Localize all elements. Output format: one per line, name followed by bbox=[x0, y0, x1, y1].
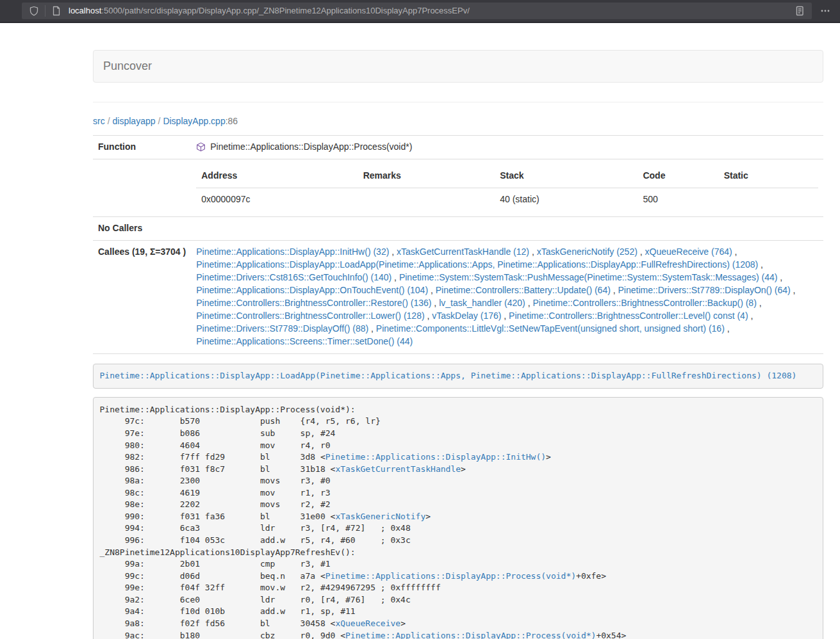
callee-link[interactable]: Pinetime::Components::LittleVgl::SetNewT… bbox=[376, 323, 725, 334]
callee-link[interactable]: xQueueReceive (764) bbox=[645, 247, 732, 257]
callee-link[interactable]: Pinetime::Controllers::BrightnessControl… bbox=[196, 311, 424, 321]
callee-separator: , bbox=[428, 285, 436, 295]
callee-separator: , bbox=[525, 298, 533, 308]
code-symbol-link[interactable]: Pinetime::Applications::DisplayApp::Proc… bbox=[345, 631, 596, 639]
static-value bbox=[719, 188, 818, 211]
callee-separator: , bbox=[748, 311, 754, 321]
divider bbox=[93, 102, 823, 102]
breadcrumb-link-src[interactable]: src bbox=[93, 116, 105, 126]
function-detail-row: Address Remarks Stack Code Static 0x0000… bbox=[93, 159, 823, 216]
url-text: localhost:5000/path/src/displayapp/Displ… bbox=[69, 5, 791, 17]
function-detail-table: Address Remarks Stack Code Static 0x0000… bbox=[196, 165, 818, 211]
callee-separator: , bbox=[725, 323, 730, 334]
callee-separator: , bbox=[732, 247, 737, 257]
callee-separator: , bbox=[425, 311, 432, 321]
callee-link[interactable]: Pinetime::Drivers::St7789::DisplayOn() (… bbox=[618, 285, 791, 295]
callee-link[interactable]: lv_task_handler (420) bbox=[439, 298, 525, 308]
code-symbol-link[interactable]: xTaskGetCurrentTaskHandle bbox=[335, 464, 461, 474]
callee-link[interactable]: Pinetime::Applications::Screens::Timer::… bbox=[196, 336, 413, 346]
callee-separator: , bbox=[758, 259, 763, 270]
app-brand[interactable]: Puncover bbox=[103, 58, 152, 75]
callee-link[interactable]: Pinetime::Controllers::BrightnessControl… bbox=[509, 311, 748, 321]
callee-separator: , bbox=[501, 311, 509, 321]
callee-separator: , bbox=[777, 272, 782, 282]
code-symbol-link[interactable]: xTaskGenericNotify bbox=[335, 512, 425, 521]
callee-separator: , bbox=[431, 298, 439, 308]
callee-link[interactable]: Pinetime::Applications::DisplayApp::Load… bbox=[196, 259, 758, 270]
callees-label: Callees (19, Σ=3704 ) bbox=[93, 240, 191, 353]
function-signature: Pinetime::Applications::DisplayApp::Proc… bbox=[210, 141, 412, 154]
url-host: localhost bbox=[69, 6, 101, 15]
callee-separator: , bbox=[611, 285, 618, 295]
shield-icon[interactable] bbox=[26, 3, 42, 19]
callee-link[interactable]: Pinetime::Controllers::BrightnessControl… bbox=[532, 298, 756, 308]
callee-link[interactable]: xTaskGenericNotify (252) bbox=[537, 247, 638, 257]
url-path: :5000/path/src/displayapp/DisplayApp.cpp… bbox=[101, 6, 470, 15]
callee-separator: , bbox=[391, 272, 399, 282]
breadcrumb-separator: / bbox=[105, 116, 113, 126]
callee-link[interactable]: Pinetime::Controllers::Battery::Update()… bbox=[436, 285, 611, 295]
col-header-stack: Stack bbox=[495, 165, 638, 188]
function-table: Function Pinetime::Applications::Display… bbox=[93, 135, 823, 354]
package-icon bbox=[196, 142, 206, 152]
callee-separator: , bbox=[791, 285, 796, 295]
urlbar-separator bbox=[45, 5, 45, 17]
code-symbol-link[interactable]: xQueueReceive bbox=[335, 619, 400, 628]
breadcrumb-link-file[interactable]: DisplayApp.cpp bbox=[163, 116, 225, 126]
code-symbol-link[interactable]: Pinetime::Applications::DisplayApp::Init… bbox=[325, 452, 546, 462]
breadcrumb-separator: / bbox=[156, 116, 163, 126]
callee-link[interactable]: Pinetime::Drivers::St7789::DisplayOff() … bbox=[196, 323, 368, 334]
page-info-icon[interactable] bbox=[48, 3, 65, 19]
callee-separator: , bbox=[389, 247, 397, 257]
address-value: 0x0000097c bbox=[196, 188, 358, 211]
function-label: Function bbox=[93, 135, 191, 159]
code-value: 500 bbox=[638, 188, 718, 211]
callees-list: Pinetime::Applications::DisplayApp::Init… bbox=[191, 240, 823, 353]
no-callers-row: No Callers bbox=[93, 216, 823, 240]
url-bar[interactable]: localhost:5000/path/src/displayapp/Displ… bbox=[22, 3, 812, 19]
breadcrumb: src/displayapp/DisplayApp.cpp:86 bbox=[93, 115, 823, 128]
table-row: 0x0000097c 40 (static) 500 bbox=[196, 188, 818, 211]
app-header: Puncover bbox=[93, 50, 823, 83]
highlighted-symbol-box: Pinetime::Applications::DisplayApp::Load… bbox=[93, 364, 823, 389]
assembly-code: Pinetime::Applications::DisplayApp::Proc… bbox=[93, 397, 823, 639]
callee-link[interactable]: Pinetime::Controllers::BrightnessControl… bbox=[196, 298, 431, 308]
callee-separator: , bbox=[757, 298, 762, 308]
callees-row: Callees (19, Σ=3704 ) Pinetime::Applicat… bbox=[93, 240, 823, 353]
overflow-menu-icon[interactable] bbox=[816, 1, 835, 20]
code-symbol-link[interactable]: Pinetime::Applications::DisplayApp::Proc… bbox=[325, 571, 576, 581]
stack-value: 40 (static) bbox=[495, 188, 638, 211]
col-header-code: Code bbox=[638, 165, 718, 188]
breadcrumb-link-displayapp[interactable]: displayapp bbox=[113, 116, 156, 126]
callee-separator: , bbox=[638, 247, 645, 257]
callee-link[interactable]: Pinetime::Applications::DisplayApp::OnTo… bbox=[196, 285, 428, 295]
reader-view-icon[interactable] bbox=[791, 3, 808, 19]
callee-link[interactable]: vTaskDelay (176) bbox=[432, 311, 501, 321]
remarks-value bbox=[358, 188, 495, 211]
col-header-address: Address bbox=[196, 165, 358, 188]
callee-link[interactable]: Pinetime::System::SystemTask::PushMessag… bbox=[399, 272, 778, 282]
breadcrumb-line-number: :86 bbox=[226, 116, 238, 126]
callee-link[interactable]: Pinetime::Applications::DisplayApp::Init… bbox=[196, 247, 389, 257]
callee-link[interactable]: xTaskGetCurrentTaskHandle (12) bbox=[397, 247, 529, 257]
callee-separator: , bbox=[529, 247, 537, 257]
callee-link[interactable]: Pinetime::Drivers::Cst816S::GetTouchInfo… bbox=[196, 272, 391, 282]
no-callers-label: No Callers bbox=[93, 216, 191, 240]
callee-separator: , bbox=[368, 323, 376, 334]
page-content: Puncover src/displayapp/DisplayApp.cpp:8… bbox=[0, 23, 840, 639]
col-header-static: Static bbox=[719, 165, 818, 188]
highlighted-symbol-link[interactable]: Pinetime::Applications::DisplayApp::Load… bbox=[100, 371, 797, 380]
col-header-remarks: Remarks bbox=[358, 165, 495, 188]
browser-toolbar: localhost:5000/path/src/displayapp/Displ… bbox=[0, 0, 840, 23]
function-row: Function Pinetime::Applications::Display… bbox=[93, 135, 823, 159]
